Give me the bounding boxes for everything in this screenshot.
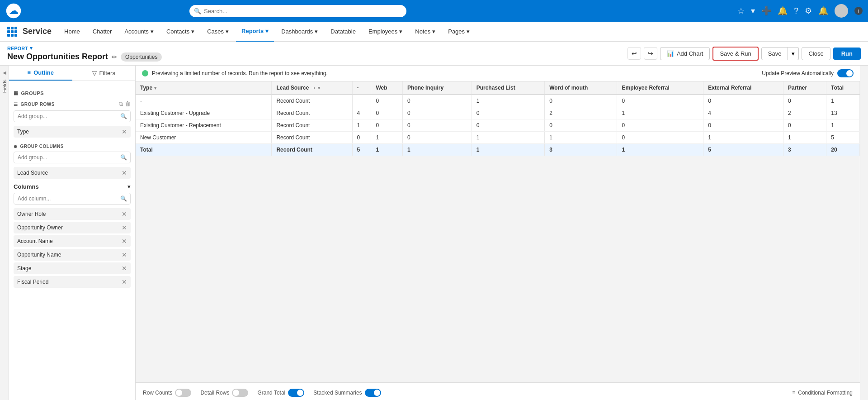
right-panel-toggle[interactable]: ▶ [860,66,868,400]
status-indicator: i [854,7,863,15]
star-dropdown-icon[interactable]: ▾ [751,6,755,16]
remove-column-owner-role[interactable]: ✕ [122,210,127,218]
columns-dropdown-icon[interactable]: ▾ [127,183,131,190]
add-column-input[interactable] [14,193,131,205]
table-cell: Total [136,144,272,156]
sort-arrow-icon: → [311,85,316,91]
columns-section-header: Columns ▾ [14,183,131,190]
sidebar-tabs: ≡ Outline ▽ Filters [9,66,135,81]
detail-rows-toggle[interactable] [232,389,248,397]
conditional-formatting-button[interactable]: ≡ Conditional Formatting [792,390,853,396]
preview-banner: Previewing a limited number of records. … [136,66,860,81]
table-cell: 0 [371,119,403,132]
tab-outline[interactable]: ≡ Outline [9,66,72,81]
nav-item-pages[interactable]: Pages ▾ [443,22,475,42]
report-dropdown-icon[interactable]: ▾ [30,45,33,51]
remove-column-opportunity-owner[interactable]: ✕ [122,224,127,231]
table-cell: 4 [352,107,371,119]
remove-column-stage[interactable]: ✕ [122,265,127,272]
group-row-tag-label: Type [17,129,29,135]
nav-item-notes[interactable]: Notes ▾ [410,22,441,42]
report-label: REPORT ▾ [7,45,162,51]
column-tag-owner-role: Owner Role ✕ [14,208,131,220]
table-cell: 0 [703,119,783,132]
nav-item-contacts[interactable]: Contacts ▾ [161,22,200,42]
settings-icon[interactable]: ⚙ [805,6,812,16]
update-preview-toggle[interactable] [837,69,854,77]
remove-column-fiscal-period[interactable]: ✕ [122,278,127,286]
copy-icon[interactable]: ⧉ [119,100,123,108]
table-cell: 0 [703,95,783,107]
add-chart-button[interactable]: 📊 Add Chart [660,47,710,60]
notification-icon[interactable]: 🔔 [778,6,788,16]
search-input[interactable] [189,5,406,17]
nav-item-chatter[interactable]: Chatter [87,22,118,42]
save-button-group: Save ▾ [761,47,799,60]
column-label: Owner Role [17,211,46,217]
table-cell: Existing Customer - Upgrade [136,107,272,119]
nav-item-home[interactable]: Home [59,22,85,42]
add-group-columns-input[interactable] [14,152,131,163]
grand-total-toggle[interactable] [288,389,304,397]
table-cell: 3 [545,144,617,156]
edit-icon[interactable]: ✏ [112,53,117,61]
row-counts-toggle-group: Row Counts [143,389,191,397]
table-cell: 1 [826,119,860,132]
detail-rows-label: Detail Rows [200,390,229,396]
table-cell: 0 [545,95,617,107]
table-cell: 1 [545,132,617,144]
table-cell: 0 [352,132,371,144]
tab-filters[interactable]: ▽ Filters [72,66,136,81]
add-group-rows-input[interactable] [14,110,131,122]
add-icon[interactable]: ➕ [761,6,771,16]
remove-column-account-name[interactable]: ✕ [122,238,127,245]
table-cell: 4 [703,107,783,119]
delete-icon[interactable]: 🗑 [125,100,131,108]
help-icon[interactable]: ? [794,6,798,16]
report-type-badge: Opportunities [121,52,162,62]
table-cell: 1 [371,132,403,144]
bell-icon[interactable]: 🔔 [818,6,828,16]
nav-item-reports[interactable]: Reports ▾ [236,22,274,42]
table-cell: 0 [472,107,545,119]
table-cell: 0 [403,132,472,144]
save-dropdown-button[interactable]: ▾ [788,47,799,60]
star-icon[interactable]: ☆ [737,6,745,16]
nav-item-datatable[interactable]: Datatable [325,22,361,42]
update-preview-area: Update Preview Automatically [762,69,854,77]
group-row-tag-type: Type ✕ [14,126,131,138]
avatar[interactable] [835,4,848,18]
sidebar-toggle[interactable]: ◀ Fields [0,66,9,400]
report-title-row: New Opportunities Report ✏ Opportunities [7,52,162,62]
redo-button[interactable]: ↪ [644,47,657,60]
remove-group-row-type[interactable]: ✕ [122,128,127,135]
report-title-area: REPORT ▾ New Opportunities Report ✏ Oppo… [7,45,162,62]
group-columns-header: ⊞ GROUP COLUMNS [14,144,131,149]
column-tag-stage: Stage ✕ [14,262,131,274]
nav-item-employees[interactable]: Employees ▾ [363,22,408,42]
type-filter-icon[interactable]: ▾ [154,86,156,90]
remove-column-opportunity-name[interactable]: ✕ [122,251,127,258]
app-launcher[interactable] [7,27,17,37]
row-counts-toggle[interactable] [175,389,191,397]
search-icon: 🔍 [120,113,127,119]
nav-item-cases[interactable]: Cases ▾ [202,22,234,42]
save-run-button[interactable]: Save & Run [712,47,758,61]
close-button[interactable]: Close [802,47,830,60]
undo-button[interactable]: ↩ [627,47,641,60]
table-cell: 0 [783,119,826,132]
columns-title: Columns [14,183,39,190]
table-cell: 0 [545,119,617,132]
stacked-summaries-toggle[interactable] [365,389,381,397]
table-cell: - [136,95,272,107]
table-cell: 2 [783,107,826,119]
save-button[interactable]: Save [761,47,788,60]
groups-title: ▦ Groups [14,90,44,96]
table-cell: 1 [617,144,703,156]
remove-group-column-leadsource[interactable]: ✕ [122,169,127,176]
col-purchased-list: Purchased List [472,81,545,95]
nav-item-dashboards[interactable]: Dashboards ▾ [276,22,323,42]
nav-item-accounts[interactable]: Accounts ▾ [119,22,159,42]
lead-source-filter-icon[interactable]: ▾ [318,86,320,90]
run-button[interactable]: Run [833,48,861,60]
